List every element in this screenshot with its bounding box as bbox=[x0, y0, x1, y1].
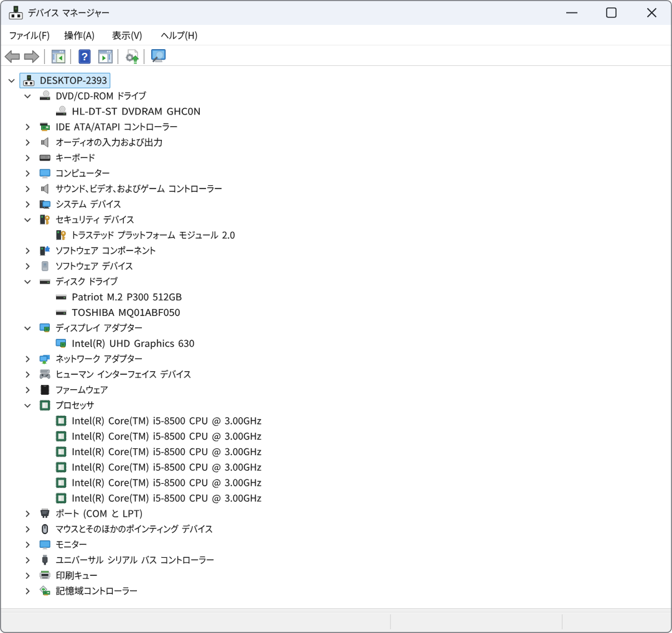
svg-text:?: ? bbox=[82, 51, 88, 63]
